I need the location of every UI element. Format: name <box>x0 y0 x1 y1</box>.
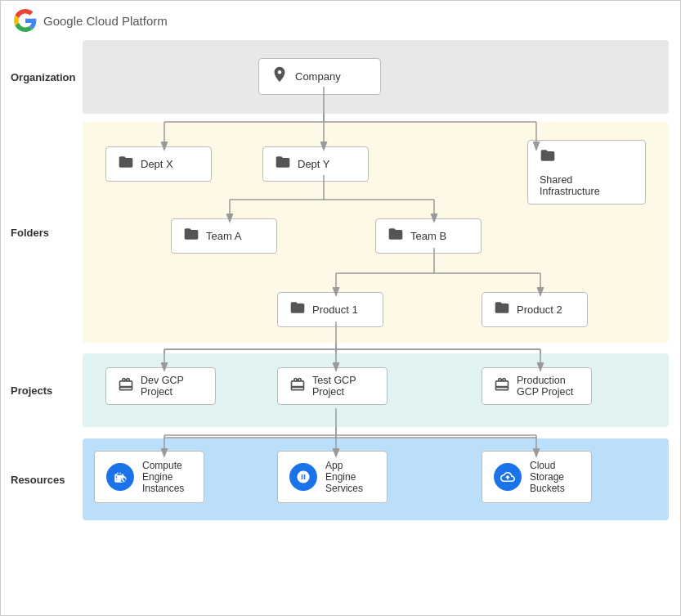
folder-icon-product1 <box>289 299 306 320</box>
main-container: Google Cloud Platform <box>0 0 681 616</box>
dev-gcp-node: Dev GCP Project <box>105 367 216 405</box>
team-b-node: Team B <box>375 218 482 254</box>
team-a-label: Team A <box>206 230 241 242</box>
briefcase-icon-test <box>289 375 306 398</box>
dev-gcp-label: Dev GCP Project <box>141 375 204 398</box>
app-engine-icon <box>289 463 317 491</box>
projects-label: Projects <box>11 384 52 397</box>
cloud-storage-label: Cloud Storage Buckets <box>530 460 580 494</box>
dept-y-label: Dept Y <box>298 158 330 170</box>
folder-icon-deptx <box>118 154 134 174</box>
product-1-label: Product 1 <box>312 304 358 316</box>
app-engine-node: App Engine Services <box>277 451 388 503</box>
briefcase-icon-prod <box>494 375 510 398</box>
team-a-node: Team A <box>171 218 277 254</box>
prod-gcp-node: Production GCP Project <box>482 367 592 405</box>
dept-x-label: Dept X <box>141 158 173 170</box>
shared-infra-node: Shared Infrastructure <box>527 140 646 205</box>
projects-section: Projects Dev GCP Project Test GCP Projec… <box>83 353 669 427</box>
folder-icon-shared <box>540 147 556 168</box>
product-2-label: Product 2 <box>517 304 562 316</box>
resources-label: Resources <box>11 474 65 486</box>
compute-engine-icon <box>106 463 134 491</box>
briefcase-icon-dev <box>118 375 134 398</box>
resources-section: Resources Compute Engine Instances App E… <box>83 438 669 520</box>
prod-gcp-label: Production GCP Project <box>517 375 580 398</box>
test-gcp-label: Test GCP Project <box>312 375 375 398</box>
cloud-storage-icon <box>494 463 522 491</box>
folder-icon-depty <box>275 154 291 174</box>
org-label: Organization <box>11 71 75 83</box>
gcp-logo-icon <box>14 9 37 32</box>
folders-section: Folders Dept X Dept Y Sh <box>83 122 669 343</box>
folders-label: Folders <box>11 227 49 239</box>
dept-x-node: Dept X <box>105 146 212 182</box>
folder-icon-product2 <box>494 299 510 320</box>
folder-icon-teamb <box>388 226 404 246</box>
dept-y-node: Dept Y <box>262 146 369 182</box>
team-b-label: Team B <box>410 230 446 242</box>
org-section: Organization Company <box>83 40 669 114</box>
cloud-storage-node: Cloud Storage Buckets <box>482 451 592 503</box>
folder-icon-teama <box>183 226 199 246</box>
compute-engine-node: Compute Engine Instances <box>94 451 204 503</box>
product-1-node: Product 1 <box>277 292 383 327</box>
app-engine-label: App Engine Services <box>325 460 375 494</box>
company-icon <box>271 65 289 88</box>
shared-infra-label: Shared Infrastructure <box>540 174 634 197</box>
compute-engine-label: Compute Engine Instances <box>142 460 192 494</box>
header: Google Cloud Platform <box>1 1 680 40</box>
app-title: Google Cloud Platform <box>43 14 168 28</box>
product-2-node: Product 2 <box>482 292 588 327</box>
company-label: Company <box>295 70 341 83</box>
test-gcp-node: Test GCP Project <box>277 367 388 405</box>
company-node: Company <box>258 58 381 95</box>
